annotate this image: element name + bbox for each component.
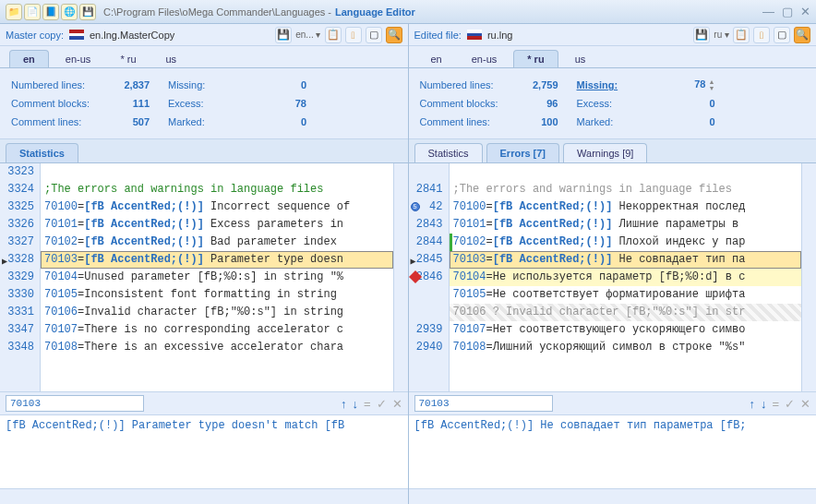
left-edit-tools: ↑ ↓ = ✓ ✕ [341, 397, 402, 411]
line-number: ▶3328 [0, 251, 34, 269]
line-number: 3324 [0, 181, 34, 198]
tb-icon-1[interactable]: 📁 [6, 4, 22, 20]
stat-value: 78 [260, 98, 306, 109]
right-edit-textarea[interactable]: [fB AccentRed;(!)] Не совпадает тип пара… [409, 415, 817, 489]
right-run-icon[interactable]: 𓀠 [753, 27, 770, 43]
code-line[interactable] [450, 163, 802, 181]
left-file-tab-3[interactable]: us [153, 51, 190, 67]
horizontal-scrollbar[interactable] [0, 489, 408, 504]
equals-icon[interactable]: = [772, 397, 779, 411]
code-line[interactable]: 70104=Unused parameter [fB;%0:s] in stri… [41, 269, 393, 286]
code-line[interactable]: 70103=[fB AccentRed;(!)] Parameter type … [41, 251, 393, 269]
code-line[interactable]: ;The errors and warnings in language fil… [41, 181, 393, 198]
stat-label: Excess: [168, 98, 260, 109]
code-line[interactable]: 70104=Не используется параметр [fB;%0:d]… [450, 269, 802, 286]
right-tag-icon[interactable]: ▢ [774, 27, 790, 43]
left-tag-icon[interactable]: ▢ [366, 27, 382, 43]
left-code-area[interactable]: 33233324332533263327▶3328332933303331334… [0, 163, 408, 391]
cancel-icon[interactable]: ✕ [800, 397, 810, 411]
left-file-tab-0[interactable]: en [9, 50, 49, 67]
code-line[interactable]: 70106=Invalid character [fB;"%0:s"] in s… [41, 304, 393, 321]
left-edit-id-input[interactable] [6, 395, 144, 412]
line-number: 2940 [409, 339, 443, 356]
code-lines[interactable]: ;The errors and warnings in language fil… [450, 163, 802, 391]
right-save-icon[interactable]: 💾 [693, 27, 710, 43]
left-lang-dropdown[interactable]: en... ▾ [295, 30, 320, 40]
vertical-scrollbar[interactable] [801, 163, 816, 391]
vertical-scrollbar[interactable] [393, 163, 408, 391]
check-icon[interactable]: ✓ [377, 397, 387, 411]
code-lines[interactable]: ;The errors and warnings in language fil… [41, 163, 393, 391]
code-line[interactable]: 70108=Лишний ускоряющий символ в строке … [450, 339, 802, 356]
stat-value: 0 [669, 98, 715, 109]
check-icon[interactable]: ✓ [785, 397, 795, 411]
code-line[interactable]: 70102=[fB AccentRed;(!)] Bad parameter i… [41, 234, 393, 251]
titlebar: 📁 📄 📘 🌐 💾 C:\Program Files\oMega Command… [0, 0, 816, 24]
code-line[interactable]: 70107=Нет соответствующего ускоряющего с… [450, 321, 802, 339]
code-line[interactable]: 70108=There is an excessive accelerator … [41, 339, 393, 356]
right-code-area[interactable]: 284154228432844▶2845284629392940;The err… [409, 163, 817, 391]
tb-icon-2[interactable]: 📄 [24, 4, 41, 20]
up-arrow-icon[interactable]: ↑ [341, 397, 347, 411]
close-button[interactable]: ✕ [800, 5, 810, 18]
tb-icon-4[interactable]: 🌐 [61, 4, 78, 20]
right-edit-tools: ↑ ↓ = ✓ ✕ [749, 397, 810, 411]
line-number: 3330 [0, 286, 34, 304]
left-sub-tab-0[interactable]: Statistics [6, 143, 78, 162]
line-number [409, 286, 443, 304]
right-sub-tab-0[interactable]: Statistics [414, 143, 483, 162]
left-copy-icon[interactable]: 📋 [325, 27, 342, 43]
left-sub-tabs: Statistics [0, 139, 408, 163]
right-sub-tab-2[interactable]: Warnings [9] [563, 143, 647, 162]
right-search-icon[interactable]: 🔍 [794, 27, 810, 43]
equals-icon[interactable]: = [364, 397, 371, 411]
right-file-tab-2[interactable]: * ru [513, 50, 558, 67]
stat-value: 2,837 [103, 79, 150, 90]
right-sub-tabs: StatisticsErrors [7]Warnings [9] [409, 139, 817, 163]
code-line[interactable]: 70102=[fB AccentRed;(!)] Плохой индекс у… [450, 234, 802, 251]
right-file-tab-3[interactable]: us [562, 51, 599, 67]
line-number [409, 163, 443, 181]
main-split: Master copy: en.lng.MasterCopy 💾 en... ▾… [0, 24, 816, 504]
left-run-icon[interactable]: 𓀠 [345, 27, 362, 43]
code-line[interactable]: 70105=Не соответствует форматирование шр… [450, 286, 802, 304]
down-arrow-icon[interactable]: ↓ [761, 397, 767, 411]
up-arrow-icon[interactable]: ↑ [749, 397, 755, 411]
right-lang-dropdown[interactable]: ru ▾ [714, 30, 729, 40]
left-file-tab-2[interactable]: * ru [107, 51, 149, 67]
code-line[interactable]: ;The errors and warnings in language fil… [450, 181, 802, 198]
down-arrow-icon[interactable]: ↓ [352, 397, 358, 411]
right-edit-id-input[interactable] [414, 395, 553, 412]
left-search-icon[interactable]: 🔍 [386, 27, 402, 43]
left-header-label: Master copy: [6, 30, 64, 41]
tb-icon-5[interactable]: 💾 [79, 4, 96, 20]
right-file-tab-0[interactable]: en [418, 51, 455, 67]
right-file-tab-1[interactable]: en-us [459, 51, 510, 67]
code-line[interactable]: 70103=[fB AccentRed;(!)] Не совпадает ти… [450, 251, 802, 269]
right-filename: ru.lng [487, 30, 513, 41]
left-file-tab-1[interactable]: en-us [53, 51, 104, 67]
line-number: 3331 [0, 304, 34, 321]
code-line[interactable]: 70101=[fB AccentRed;(!)] Лишние параметр… [450, 216, 802, 234]
left-edit-textarea[interactable]: [fB AccentRed;(!)] Parameter type doesn'… [0, 415, 408, 489]
left-flag-icon [69, 30, 84, 40]
tb-icon-3[interactable]: 📘 [42, 4, 59, 20]
horizontal-scrollbar[interactable] [409, 489, 817, 504]
stat-label[interactable]: Missing: [577, 79, 669, 90]
maximize-button[interactable]: ▢ [782, 5, 793, 18]
code-line[interactable]: 70107=There is no corresponding accelera… [41, 321, 393, 339]
left-save-icon[interactable]: 💾 [275, 27, 292, 43]
code-line[interactable]: 70100=[fB AccentRed;(!)] Некорректная по… [450, 198, 802, 216]
right-sub-tab-1[interactable]: Errors [7] [486, 143, 560, 162]
minimize-button[interactable]: — [762, 5, 774, 18]
right-copy-icon[interactable]: 📋 [733, 27, 750, 43]
code-line[interactable] [41, 163, 393, 181]
code-line[interactable]: 70101=[fB AccentRed;(!)] Excess paramete… [41, 216, 393, 234]
stat-label: Excess: [577, 98, 669, 109]
line-number: 3347 [0, 321, 34, 339]
code-line[interactable]: 70106 ? Invalid character [fB;"%0:s"] in… [450, 304, 802, 321]
cancel-icon[interactable]: ✕ [392, 397, 402, 411]
code-line[interactable]: 70100=[fB AccentRed;(!)] Incorrect seque… [41, 198, 393, 216]
right-panel: Edited file: ru.lng 💾 ru ▾ 📋 𓀠 ▢ 🔍 enen-… [409, 24, 817, 504]
code-line[interactable]: 70105=Inconsistent font formatting in st… [41, 286, 393, 304]
